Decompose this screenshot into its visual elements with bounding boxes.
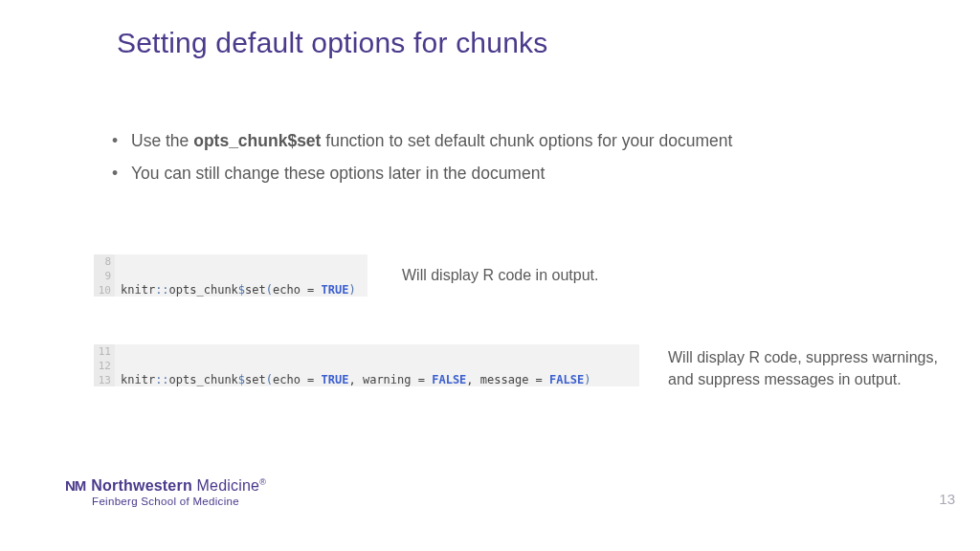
tok-arg: echo: [273, 283, 301, 297]
code-block-1: 8 9 10 knitr::opts_chunk$set(echo = TRUE…: [94, 254, 368, 297]
bullet-item: You can still change these options later…: [110, 161, 866, 186]
brand-top-row: NM Northwestern Medicine®: [65, 477, 266, 495]
code-gutter: 8 9 10: [94, 254, 115, 297]
annotation-2: Will display R code, suppress warnings, …: [668, 346, 955, 390]
line-number: 12: [94, 359, 111, 373]
tok-paren: (: [266, 373, 273, 386]
tok-sep: ,: [466, 373, 479, 386]
bullet-list: Use the opts_chunk$set function to set d…: [110, 128, 866, 193]
tok-namespace: knitr: [121, 283, 155, 297]
tok-bool: FALSE: [549, 373, 584, 386]
tok-sep: ,: [348, 373, 362, 386]
code-content: knitr::opts_chunk$set(echo = TRUE): [94, 254, 368, 312]
tok-object: opts_chunk: [169, 373, 238, 386]
tok-arg: warning: [363, 373, 412, 386]
tok-operator: $: [238, 283, 245, 297]
brand-main: Northwestern Medicine®: [91, 477, 266, 495]
tok-paren: (: [266, 283, 273, 297]
code-line: [121, 298, 127, 311]
tok-eq: =: [412, 373, 433, 386]
brand-logo-icon: NM: [65, 477, 85, 494]
tok-operator: $: [238, 373, 245, 386]
brand-main-bold: Northwestern: [91, 477, 192, 494]
line-number: 8: [94, 254, 111, 269]
bullet-text-post: function to set default chunk options fo…: [321, 131, 732, 150]
tok-bool: TRUE: [322, 283, 349, 297]
tok-function: set: [245, 373, 266, 386]
code-content: knitr::opts_chunk$set(echo = TRUE, warni…: [94, 344, 639, 402]
tok-bool: TRUE: [322, 373, 349, 386]
tok-eq: =: [528, 373, 549, 386]
tok-arg: echo: [273, 373, 301, 386]
line-number: 13: [94, 373, 111, 387]
tok-arg: message: [480, 373, 529, 386]
code-gutter: 11 12 13: [94, 344, 115, 386]
tok-bool: FALSE: [432, 373, 466, 386]
code-line: knitr::opts_chunk$set(echo = TRUE, warni…: [121, 373, 590, 386]
slide: Setting default options for chunks Use t…: [0, 0, 980, 551]
tok-namespace: knitr: [121, 373, 155, 386]
tok-paren: ): [584, 373, 590, 386]
footer-brand: NM Northwestern Medicine® Feinberg Schoo…: [65, 477, 266, 507]
brand-main-light: Medicine: [192, 477, 259, 494]
tok-eq: =: [301, 373, 322, 386]
code-line: [121, 269, 127, 282]
page-number: 13: [939, 491, 955, 507]
line-number: 10: [94, 283, 111, 298]
code-line: [121, 359, 127, 372]
brand-sub: Feinberg School of Medicine: [65, 496, 266, 507]
tok-function: set: [245, 283, 266, 297]
bullet-text-pre: Use the: [131, 131, 193, 150]
bullet-item: Use the opts_chunk$set function to set d…: [110, 128, 866, 153]
tok-object: opts_chunk: [169, 283, 238, 297]
code-line: knitr::opts_chunk$set(echo = TRUE): [121, 283, 356, 297]
annotation-1: Will display R code in output.: [402, 264, 598, 286]
bullet-text-bold: opts_chunk$set: [193, 131, 321, 150]
line-number: 11: [94, 344, 111, 359]
tok-operator: ::: [155, 373, 168, 386]
tok-eq: =: [301, 283, 322, 297]
bullet-text-pre: You can still change these options later…: [131, 164, 545, 183]
code-line: [121, 387, 127, 401]
line-number: 9: [94, 269, 111, 283]
code-block-2: 11 12 13 knitr::opts_chunk$set(echo = TR…: [94, 344, 639, 386]
tok-operator: ::: [155, 283, 168, 297]
page-title: Setting default options for chunks: [117, 27, 547, 59]
tok-paren: ): [348, 283, 355, 297]
brand-registered-icon: ®: [259, 477, 266, 487]
